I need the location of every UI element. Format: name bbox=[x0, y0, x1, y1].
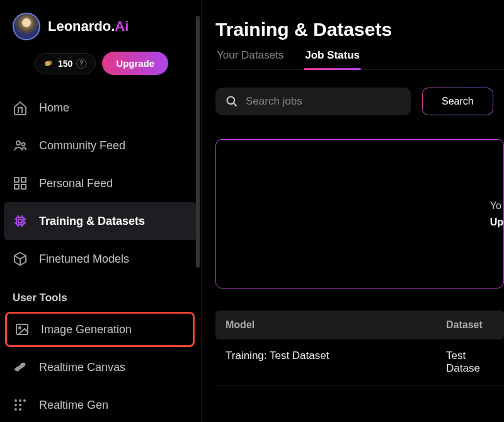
svg-point-13 bbox=[19, 399, 21, 402]
sidebar-item-finetuned-models[interactable]: Finetuned Models bbox=[0, 240, 201, 278]
main-content: Training & Datasets Your Datasets Job St… bbox=[202, 0, 504, 422]
cell-dataset: Test Datase bbox=[446, 350, 494, 375]
svg-point-18 bbox=[19, 408, 21, 411]
brand-name: Leonardo.Ai bbox=[48, 18, 129, 35]
sidebar-item-label: Finetuned Models bbox=[39, 253, 129, 266]
search-input[interactable] bbox=[246, 95, 401, 108]
user-tools-header: User Tools bbox=[0, 278, 201, 311]
svg-rect-4 bbox=[14, 178, 19, 182]
sidebar-item-community-feed[interactable]: Community Feed bbox=[0, 127, 201, 164]
community-icon bbox=[13, 138, 28, 153]
tab-your-datasets[interactable]: Your Datasets bbox=[215, 49, 285, 69]
column-dataset: Dataset bbox=[446, 319, 494, 331]
sidebar-item-label: Personal Feed bbox=[39, 177, 113, 190]
svg-point-16 bbox=[19, 404, 21, 406]
svg-point-15 bbox=[14, 404, 17, 406]
chip-icon bbox=[13, 214, 28, 229]
brush-icon bbox=[13, 360, 28, 375]
sidebar-item-image-generation[interactable]: Image Generation bbox=[5, 312, 195, 347]
svg-rect-5 bbox=[21, 178, 26, 182]
svg-rect-6 bbox=[14, 185, 19, 189]
sidebar-item-training-datasets[interactable]: Training & Datasets bbox=[4, 202, 197, 240]
column-model: Model bbox=[226, 319, 446, 331]
svg-rect-8 bbox=[16, 217, 24, 225]
svg-rect-9 bbox=[18, 219, 22, 223]
search-box[interactable] bbox=[215, 88, 411, 115]
sidebar-item-personal-feed[interactable]: Personal Feed bbox=[0, 164, 201, 202]
svg-point-2 bbox=[16, 141, 20, 145]
image-icon bbox=[14, 322, 30, 337]
help-icon[interactable]: ? bbox=[76, 59, 86, 69]
info-line-2: Up bbox=[490, 214, 503, 231]
svg-point-11 bbox=[19, 327, 21, 329]
sidebar-item-realtime-canvas[interactable]: Realtime Canvas bbox=[0, 348, 201, 386]
cube-icon bbox=[13, 251, 28, 266]
search-icon bbox=[226, 95, 238, 108]
home-icon bbox=[13, 100, 28, 115]
table-header: Model Dataset bbox=[215, 311, 504, 339]
svg-point-17 bbox=[14, 408, 17, 411]
upgrade-button[interactable]: Upgrade bbox=[102, 52, 168, 75]
svg-point-3 bbox=[22, 143, 25, 146]
svg-point-1 bbox=[48, 60, 52, 65]
sidebar-item-label: Realtime Gen bbox=[39, 399, 108, 412]
tabs: Your Datasets Job Status bbox=[215, 49, 504, 70]
search-row: Search bbox=[215, 88, 504, 115]
sidebar: Leonardo.Ai 150 ? Upgrade Home Community… bbox=[0, 0, 202, 422]
scrollbar[interactable] bbox=[196, 16, 200, 268]
svg-point-14 bbox=[23, 399, 26, 402]
sidebar-item-label: Realtime Canvas bbox=[39, 361, 125, 374]
sidebar-item-label: Home bbox=[39, 101, 69, 115]
cell-model: Training: Test Dataset bbox=[226, 350, 446, 375]
logo-area: Leonardo.Ai bbox=[0, 13, 201, 52]
credits-pill[interactable]: 150 ? bbox=[35, 53, 96, 74]
sidebar-item-home[interactable]: Home bbox=[0, 89, 201, 127]
tab-job-status[interactable]: Job Status bbox=[304, 49, 361, 69]
credits-amount: 150 bbox=[58, 59, 72, 69]
coin-icon bbox=[44, 59, 54, 69]
grid-icon bbox=[13, 176, 28, 191]
svg-point-19 bbox=[227, 97, 235, 105]
dots-grid-icon bbox=[13, 397, 28, 413]
sidebar-item-label: Training & Datasets bbox=[39, 215, 145, 228]
credits-row: 150 ? Upgrade bbox=[0, 52, 201, 89]
table-row[interactable]: Training: Test Dataset Test Datase bbox=[215, 339, 504, 385]
svg-point-12 bbox=[14, 399, 17, 402]
avatar[interactable] bbox=[13, 13, 40, 40]
svg-rect-7 bbox=[21, 185, 26, 189]
sidebar-item-label: Community Feed bbox=[39, 139, 125, 152]
search-button[interactable]: Search bbox=[422, 88, 493, 115]
info-line-1: Yo bbox=[490, 198, 503, 214]
sidebar-item-realtime-gen[interactable]: Realtime Gen bbox=[0, 386, 201, 422]
info-panel: Yo Up bbox=[215, 139, 504, 288]
page-title: Training & Datasets bbox=[215, 19, 504, 40]
sidebar-item-label: Image Generation bbox=[41, 323, 132, 336]
